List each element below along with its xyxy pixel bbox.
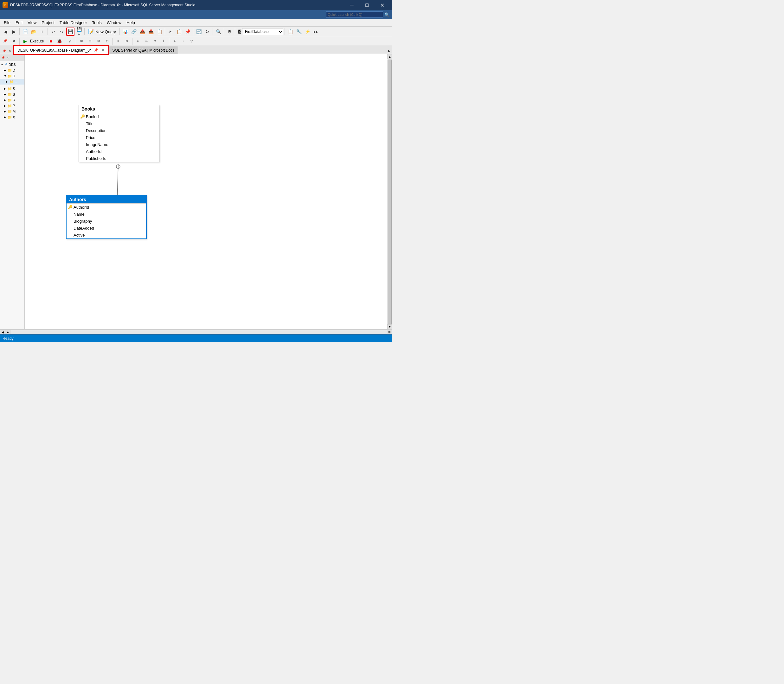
save-all-button[interactable]: 💾+ bbox=[75, 27, 83, 36]
open-file-button[interactable]: 📂 bbox=[29, 27, 38, 36]
tb-more-btn[interactable]: ▸▸ bbox=[312, 27, 320, 36]
tree-item-m[interactable]: ▶ 📁 M bbox=[0, 109, 24, 114]
menu-window[interactable]: Window bbox=[104, 19, 124, 26]
tb-btn-9[interactable]: 📋 bbox=[155, 27, 163, 36]
tb2-13[interactable]: ▽ bbox=[188, 37, 196, 45]
stop-button[interactable]: ■ bbox=[47, 37, 55, 45]
minimize-button[interactable]: ─ bbox=[344, 0, 359, 10]
copy-button[interactable]: 📋 bbox=[175, 27, 183, 36]
new-query-button[interactable]: 📝 New Query bbox=[86, 27, 118, 36]
tab-area-pin[interactable]: 📌 bbox=[1, 48, 7, 54]
save-button[interactable]: 💾 bbox=[66, 27, 74, 36]
tree-item-2[interactable]: ▼ 📁 D bbox=[0, 73, 24, 79]
tb2-7[interactable]: ⇐ bbox=[134, 37, 142, 45]
tb-rotate-btn[interactable]: ↻ bbox=[203, 27, 211, 36]
close-button[interactable]: ✕ bbox=[375, 0, 390, 10]
quick-launch-input[interactable] bbox=[326, 11, 383, 18]
books-row-publisherid: 🔑 PublisherId bbox=[79, 155, 159, 162]
authors-field-active: Active bbox=[74, 233, 85, 237]
new-query-icon: 📝 bbox=[88, 29, 94, 34]
folder-s1-icon: 📁 bbox=[8, 87, 12, 91]
tb2-6[interactable]: ⊕ bbox=[123, 37, 131, 45]
tb2-11[interactable]: ⊳ bbox=[170, 37, 179, 45]
back-button[interactable]: ◀ bbox=[1, 27, 10, 36]
scroll-up-button[interactable]: ▲ bbox=[387, 54, 392, 59]
menu-file[interactable]: File bbox=[1, 19, 13, 26]
tb2-8[interactable]: ⇒ bbox=[142, 37, 150, 45]
tb-properties-btn[interactable]: 📋 bbox=[286, 27, 294, 36]
books-row-description: 🔑 Description bbox=[79, 127, 159, 134]
tree-item-s2[interactable]: ▶ 📁 S bbox=[0, 92, 24, 97]
tb-btn-5[interactable]: 📊 bbox=[121, 27, 129, 36]
paste-button[interactable]: 📌 bbox=[183, 27, 192, 36]
check-btn[interactable]: ✓ bbox=[66, 37, 74, 45]
nav-left-btn[interactable]: ◀ bbox=[0, 330, 5, 335]
tab-docs[interactable]: SQL Server on Q&A | Microsoft Docs bbox=[109, 46, 178, 54]
menu-view[interactable]: View bbox=[25, 19, 39, 26]
books-row-imagename: 🔑 ImageName bbox=[79, 141, 159, 148]
restore-button[interactable]: □ bbox=[360, 0, 374, 10]
tb2-5[interactable]: ≡ bbox=[114, 37, 122, 45]
sidebar-pin[interactable]: 📌 bbox=[1, 55, 5, 60]
sidebar-tree: ▼ 🗄 DES ▶ 📁 D ▼ 📁 D ▶ 📁 ... bbox=[0, 61, 24, 329]
tb-ext-btn[interactable]: ⚡ bbox=[303, 27, 312, 36]
tree-item-s1[interactable]: ▶ 📁 S bbox=[0, 86, 24, 92]
app-window: S DESKTOP-9RS8E95\SQLEXPRESS.FirstDataba… bbox=[0, 0, 392, 342]
menu-table-designer[interactable]: Table Designer bbox=[57, 19, 90, 26]
pin-button[interactable]: 📌 bbox=[1, 37, 10, 45]
books-row-title: 🔑 Title bbox=[79, 120, 159, 127]
debug-button[interactable]: 🐞 bbox=[55, 37, 63, 45]
scrollbar-track-h[interactable] bbox=[10, 330, 387, 334]
new-file-button[interactable]: 📄 bbox=[21, 27, 29, 36]
tab-diagram-pin[interactable]: 📌 bbox=[93, 48, 99, 52]
forward-button[interactable]: ▶ bbox=[10, 27, 18, 36]
tb2-9[interactable]: ⇑ bbox=[151, 37, 159, 45]
tab-scroll-right[interactable]: ▶ bbox=[386, 48, 392, 54]
tree-item-x[interactable]: ▶ 📁 X bbox=[0, 114, 24, 120]
menu-project[interactable]: Project bbox=[39, 19, 57, 26]
tb2-3[interactable]: ⊠ bbox=[94, 37, 103, 45]
books-table[interactable]: Books 🔑 BookId 🔑 Title 🔑 Description 🔑 P… bbox=[79, 105, 159, 162]
folder1-icon: 📁 bbox=[8, 68, 12, 73]
tb-btn-6[interactable]: 🔗 bbox=[129, 27, 138, 36]
tb2-1[interactable]: ⊞ bbox=[77, 37, 86, 45]
nav-right-btn[interactable]: ▶ bbox=[5, 330, 10, 335]
authors-table[interactable]: Authors 🔑 AuthorId 🔑 Name 🔑 Biography 🔑 … bbox=[66, 195, 147, 239]
menu-edit[interactable]: Edit bbox=[13, 19, 25, 26]
tab-diagram-close[interactable]: ✕ bbox=[101, 48, 105, 52]
authors-table-header: Authors bbox=[66, 196, 146, 203]
undo-button[interactable]: ↩ bbox=[49, 27, 57, 36]
authors-row-dateadded: 🔑 DateAdded bbox=[66, 224, 146, 231]
tb-tools-btn[interactable]: 🔧 bbox=[295, 27, 303, 36]
expand-icon: ▼ bbox=[1, 63, 5, 66]
tb-filter-btn[interactable]: 🔍 bbox=[214, 27, 223, 36]
play-button[interactable]: ▶ bbox=[21, 37, 29, 45]
menu-help[interactable]: Help bbox=[124, 19, 137, 26]
scroll-down-button[interactable]: ▼ bbox=[387, 324, 392, 329]
database-dropdown[interactable]: FirstDatabase bbox=[242, 28, 283, 35]
menu-tools[interactable]: Tools bbox=[90, 19, 104, 26]
tab-diagram[interactable]: DESKTOP-9RS8E95\...abase - Diagram_0* 📌 … bbox=[14, 46, 108, 54]
tb2-4[interactable]: ⊡ bbox=[103, 37, 111, 45]
tb2-10[interactable]: ⇓ bbox=[159, 37, 168, 45]
tree-item-r[interactable]: ▶ 📁 R bbox=[0, 97, 24, 103]
tree-m-label: M bbox=[13, 110, 16, 113]
tb-refresh-btn[interactable]: 🔄 bbox=[195, 27, 203, 36]
tree-item-1[interactable]: ▶ 📁 D bbox=[0, 68, 24, 73]
tab-area-close[interactable]: ✕ bbox=[7, 48, 13, 54]
tree-item-3[interactable]: ▶ 📁 ... bbox=[0, 79, 24, 85]
cut-button[interactable]: ✂ bbox=[166, 27, 175, 36]
tb-settings-btn[interactable]: ⚙ bbox=[225, 27, 234, 36]
sidebar-close[interactable]: ✕ bbox=[6, 55, 10, 60]
books-field-bookid: BookId bbox=[86, 114, 99, 119]
scrollbar-thumb[interactable] bbox=[388, 60, 392, 324]
tb2-12[interactable]: ◦ bbox=[179, 37, 187, 45]
tb-btn-7[interactable]: 📤 bbox=[138, 27, 146, 36]
tb-btn-8[interactable]: 📥 bbox=[147, 27, 155, 36]
redo-button[interactable]: ↪ bbox=[58, 27, 66, 36]
tree-item-root[interactable]: ▼ 🗄 DES bbox=[0, 62, 24, 68]
add-button[interactable]: + bbox=[38, 27, 46, 36]
tree-item-p[interactable]: ▶ 📁 P bbox=[0, 103, 24, 109]
tb2-2[interactable]: ⊟ bbox=[86, 37, 94, 45]
x-button[interactable]: ✕ bbox=[10, 37, 18, 45]
